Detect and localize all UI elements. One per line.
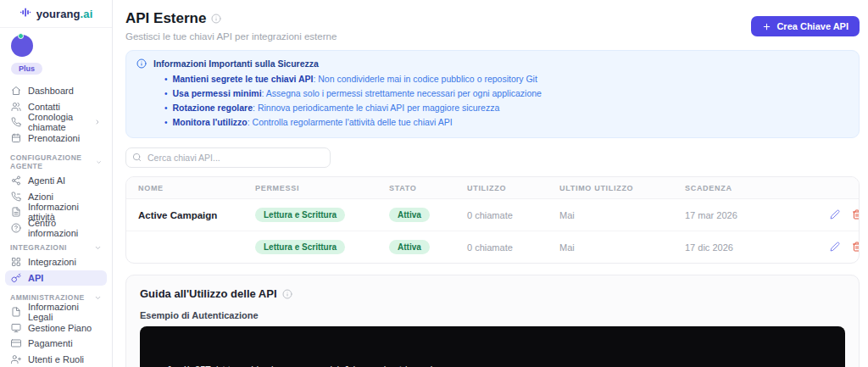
sidebar-item-gestione-piano[interactable]: Gestione Piano [5,320,107,336]
search-box [125,147,331,168]
search-icon [132,153,142,162]
page-title-help-icon[interactable] [211,14,221,24]
section-header-integrazioni[interactable]: Integrazioni [0,236,112,254]
sidebar-item-api[interactable]: API [5,270,107,286]
home-icon [11,86,21,96]
page-header: API Esterne Gestisci le tue chiavi API p… [125,10,860,42]
notice-item: Monitora l'utilizzo: Controlla regolarme… [164,115,847,130]
api-key-name [126,231,255,264]
chevron-down-icon [94,244,102,252]
key-icon [11,273,21,283]
notice-item: Usa permessi minimi: Assegna solo i perm… [164,86,847,101]
delete-button[interactable] [852,209,860,220]
avatar[interactable] [11,35,33,57]
sidebar: yourang.ai Plus Dashboard Contatti Crono… [0,0,113,367]
col-stato: Stato [389,177,467,199]
chevron-right-icon [94,117,101,127]
col-utilizzo: Utilizzo [467,177,559,199]
sidebar-item-pagamenti[interactable]: Pagamenti [5,336,107,352]
sidebar-item-prenotazioni[interactable]: Prenotazioni [5,131,107,147]
online-status-dot [18,33,24,39]
chevron-down-icon [96,158,102,166]
plan-badge: Plus [11,63,42,75]
col-nome: Nome [126,177,255,199]
sidebar-item-dashboard[interactable]: Dashboard [5,83,107,99]
col-scadenza: Scadenza [685,177,821,199]
create-api-key-button[interactable]: Crea Chiave API [751,16,860,36]
user-plus-icon [11,354,21,364]
permission-badge: Lettura e Scrittura [255,240,345,254]
status-badge: Attiva [389,208,430,222]
last-used-cell: Mai [559,231,685,264]
grid-icon [11,257,21,267]
guide-title: Guida all'Utilizzo delle API [140,287,845,300]
main-content: API Esterne Gestisci le tue chiavi API p… [113,0,868,367]
curl-code-block: curl -X GET https://api.yourang.ai/v1/or… [140,326,845,367]
page-title: API Esterne [125,10,337,27]
col-permessi: Permessi [255,177,389,199]
notice-item: Rotazione regolare: Rinnova periodicamen… [164,101,847,115]
sidebar-nav: Dashboard Contatti Cronologia chiamate P… [0,81,112,367]
table-row: Active Campaign Lettura e Scrittura Atti… [126,199,859,231]
guide-help-icon[interactable] [282,289,292,299]
col-ultimo-utilizzo: Ultimo Utilizzo [559,177,685,199]
info-icon [136,58,147,69]
last-used-cell: Mai [559,199,685,231]
edit-button[interactable] [830,209,840,220]
expiry-cell: 17 dic 2026 [685,231,821,264]
contacts-icon [11,102,21,112]
brand-logo[interactable]: yourang.ai [0,0,112,28]
section-header-configurazione-agente[interactable]: Configurazione Agente [0,146,112,173]
app-window: yourang.ai Plus Dashboard Contatti Crono… [0,0,868,367]
sidebar-item-agenti-ai[interactable]: Agenti AI [5,173,107,189]
api-keys-table: Nome Permessi Stato Utilizzo Ultimo Util… [125,176,860,264]
sidebar-item-informazioni-legali[interactable]: Informazioni Legali [5,304,107,320]
document-icon [11,207,21,217]
trash-icon [852,242,860,252]
permission-badge: Lettura e Scrittura [255,208,345,222]
delete-button[interactable] [852,242,860,252]
pencil-icon [830,209,840,220]
brand-name: yourang.ai [36,8,93,20]
status-badge: Attiva [389,240,430,254]
notice-list: Mantieni segrete le tue chiavi API: Non … [136,72,847,130]
sidebar-item-utenti-e-ruoli[interactable]: Utenti e Ruoli [5,352,107,367]
help-circle-icon [11,223,21,233]
sidebar-item-centro-informazioni[interactable]: Centro informazioni [5,220,107,236]
file-icon [11,307,21,317]
phone-action-icon [11,192,21,202]
page-subtitle: Gestisci le tue chiavi API per integrazi… [125,31,337,42]
table-header-row: Nome Permessi Stato Utilizzo Ultimo Util… [126,177,859,199]
usage-cell: 0 chiamate [467,231,559,264]
credit-card-icon [11,338,21,348]
expiry-cell: 17 mar 2026 [685,199,821,231]
phone-icon [11,117,21,127]
chevron-down-icon [94,294,102,302]
usage-cell: 0 chiamate [467,199,559,231]
security-notice: Informazioni Importanti sulla Sicurezza … [125,50,860,138]
notice-title: Informazioni Importanti sulla Sicurezza [153,58,319,69]
table-row: Lettura e Scrittura Attiva 0 chiamate Ma… [126,231,859,264]
api-usage-guide: Guida all'Utilizzo delle API Esempio di … [125,275,860,367]
pencil-icon [830,242,840,252]
network-icon [11,175,21,186]
auth-example-label: Esempio di Autenticazione [140,310,845,320]
search-input[interactable] [125,147,331,168]
api-key-name: Active Campaign [126,199,255,231]
trash-icon [852,209,860,220]
edit-button[interactable] [830,242,840,252]
profile-section: Plus [0,28,112,81]
sidebar-item-cronologia-chiamate[interactable]: Cronologia chiamate [5,114,107,131]
notice-item: Mantieni segrete le tue chiavi API: Non … [164,72,847,86]
calendar-icon [11,133,21,143]
sidebar-item-integrazioni[interactable]: Integrazioni [5,254,107,270]
plus-icon [762,22,771,31]
monitor-icon [11,323,21,333]
waveform-logo-icon [19,6,32,22]
